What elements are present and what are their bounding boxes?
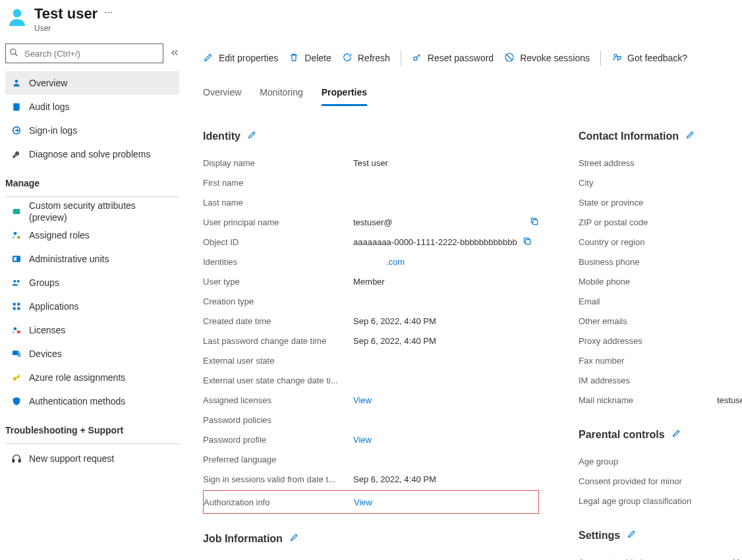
field-label: Preferred language xyxy=(203,455,353,464)
more-menu-icon[interactable]: ··· xyxy=(104,5,113,18)
svg-rect-12 xyxy=(13,303,16,306)
field-label: Account enabled xyxy=(579,557,717,561)
field-label: User principal name xyxy=(203,217,353,227)
edit-icon[interactable] xyxy=(671,428,681,441)
feedback-icon xyxy=(612,52,622,65)
field-label: Country or region xyxy=(579,237,717,247)
section-settings: Settings xyxy=(579,529,742,542)
svg-point-0 xyxy=(13,9,22,18)
svg-rect-13 xyxy=(17,303,20,306)
view-authorization-info-link[interactable]: View xyxy=(354,497,372,507)
sidebar-item-label: Administrative units xyxy=(29,254,109,264)
person-gear-icon xyxy=(11,229,22,241)
svg-point-7 xyxy=(17,236,20,238)
refresh-button[interactable]: Refresh xyxy=(342,43,390,72)
field-label: Password profile xyxy=(203,435,353,445)
main-content: Edit properties Delete Refresh Reset pas… xyxy=(185,43,742,560)
copy-icon[interactable] xyxy=(523,237,532,248)
feedback-button[interactable]: Got feedback? xyxy=(612,43,687,72)
sidebar-item-label: Applications xyxy=(29,301,79,312)
key-icon xyxy=(11,372,22,383)
section-contact-information: Contact Information xyxy=(579,130,742,142)
page-header: Test user User ··· xyxy=(0,0,742,43)
sidebar-item-diagnose[interactable]: Diagnose and solve problems xyxy=(5,142,179,166)
edit-properties-button[interactable]: Edit properties xyxy=(203,43,278,72)
tab-overview[interactable]: Overview xyxy=(203,87,241,106)
svg-point-20 xyxy=(13,377,16,380)
field-label: City xyxy=(579,178,717,188)
view-licenses-link[interactable]: View xyxy=(353,395,372,405)
field-label: Proxy addresses xyxy=(579,336,717,346)
tab-properties[interactable]: Properties xyxy=(322,87,367,106)
search-icon xyxy=(9,48,18,59)
sidebar-item-devices[interactable]: Devices xyxy=(5,342,179,366)
apps-icon xyxy=(11,300,22,312)
identities-link[interactable]: .com xyxy=(386,257,405,267)
sidebar-item-audit-logs[interactable]: Audit logs xyxy=(5,95,179,119)
revoke-sessions-button[interactable]: Revoke sessions xyxy=(504,43,590,72)
block-icon xyxy=(504,52,515,65)
view-password-profile-link[interactable]: View xyxy=(353,435,372,445)
field-label: Business phone xyxy=(579,257,717,267)
sidebar-section-manage: Manage xyxy=(5,166,179,194)
svg-rect-5 xyxy=(13,209,20,214)
groups-icon xyxy=(11,277,22,289)
field-label: Email xyxy=(579,296,717,306)
field-label: Assigned licenses xyxy=(203,395,353,405)
section-parental-controls: Parental controls xyxy=(579,428,742,441)
sidebar-item-label: Audit logs xyxy=(29,101,69,112)
admin-units-icon xyxy=(11,253,22,265)
svg-rect-18 xyxy=(13,350,18,355)
sidebar-item-admin-units[interactable]: Administrative units xyxy=(5,247,179,271)
sidebar-search[interactable] xyxy=(5,43,163,63)
collapse-sidebar-icon[interactable] xyxy=(170,48,179,59)
sidebar-item-signin-logs[interactable]: Sign-in logs xyxy=(5,119,179,142)
field-label: User type xyxy=(203,277,353,287)
field-value: Sep 6, 2022, 4:40 PM xyxy=(353,336,539,346)
tab-monitoring[interactable]: Monitoring xyxy=(260,87,302,106)
delete-button[interactable]: Delete xyxy=(289,43,331,72)
authorization-info-highlight: Authorization infoView xyxy=(203,490,539,514)
field-label: State or province xyxy=(579,198,717,208)
reset-password-button[interactable]: Reset password xyxy=(412,43,494,72)
field-label: Sign in sessions valid from date t... xyxy=(203,474,353,484)
sidebar-item-licenses[interactable]: Licenses xyxy=(5,318,179,342)
edit-icon[interactable] xyxy=(685,130,695,142)
field-value: testuser@ xyxy=(353,217,392,227)
field-value: Sep 6, 2022, 4:40 PM xyxy=(353,474,539,484)
svg-rect-27 xyxy=(525,239,530,244)
svg-point-25 xyxy=(614,54,617,57)
toolbar-divider xyxy=(600,50,601,66)
edit-icon[interactable] xyxy=(247,130,257,142)
section-job-information: Job Information xyxy=(203,532,539,545)
field-label: External user state change date ti... xyxy=(203,376,353,385)
sidebar-item-overview[interactable]: Overview xyxy=(5,71,179,95)
field-label: Street address xyxy=(579,158,717,168)
key-icon xyxy=(412,52,422,65)
sidebar-item-azure-role[interactable]: Azure role assignments xyxy=(5,366,179,389)
sidebar-item-support[interactable]: New support request xyxy=(5,447,179,470)
page-subtitle: User xyxy=(34,24,98,33)
field-label: Display name xyxy=(203,158,353,168)
field-label: Mobile phone xyxy=(579,277,717,287)
copy-icon[interactable] xyxy=(530,217,539,228)
field-label: IM addresses xyxy=(579,376,717,385)
sidebar-item-applications[interactable]: Applications xyxy=(5,294,179,318)
sidebar-item-label: Azure role assignments xyxy=(29,372,125,383)
svg-rect-19 xyxy=(18,352,20,357)
svg-point-16 xyxy=(14,327,17,331)
edit-icon[interactable] xyxy=(289,532,299,545)
sidebar-item-auth-methods[interactable]: Authentication methods xyxy=(5,389,179,413)
svg-rect-15 xyxy=(17,307,20,310)
field-value: testuser xyxy=(717,395,742,405)
sidebar-item-custom-security[interactable]: Custom security attributes (preview) xyxy=(5,200,179,223)
sidebar-item-assigned-roles[interactable]: Assigned roles xyxy=(5,223,179,247)
svg-point-6 xyxy=(14,232,17,235)
field-label: Last password change date time xyxy=(203,336,353,346)
user-avatar-icon xyxy=(5,5,29,29)
edit-icon[interactable] xyxy=(627,529,637,542)
sidebar-item-label: Devices xyxy=(29,349,62,359)
search-input[interactable] xyxy=(5,43,163,63)
field-label: Identities xyxy=(203,257,353,267)
sidebar-item-groups[interactable]: Groups xyxy=(5,271,179,294)
